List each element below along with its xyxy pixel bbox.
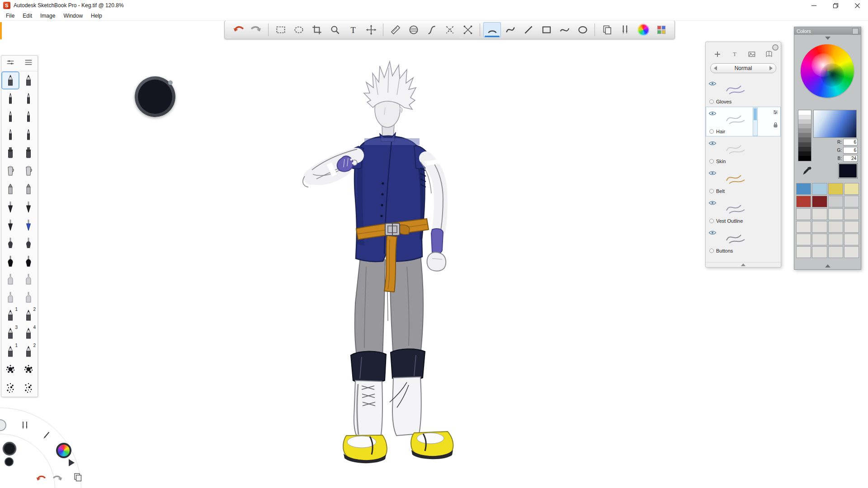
color-swatch-23[interactable]: [844, 246, 859, 258]
brush-airbrush-12[interactable]: [1, 180, 19, 198]
brush-settings-icon[interactable]: [5, 57, 15, 69]
color-swatch-10[interactable]: [828, 208, 843, 220]
brush-pen-7[interactable]: [19, 126, 38, 144]
r-value-field[interactable]: 6: [843, 139, 858, 145]
color-swatch-16[interactable]: [796, 234, 811, 245]
color-swatch-12[interactable]: [796, 221, 811, 233]
colors-collapse-button[interactable]: [794, 35, 861, 42]
brush-brushblue-17[interactable]: [19, 216, 38, 234]
brush-puck[interactable]: [135, 76, 175, 117]
lagoon-round-button-small[interactable]: [5, 457, 14, 466]
color-swatch-4[interactable]: [796, 196, 811, 207]
layer-row-hair[interactable]: Hair: [706, 107, 781, 136]
redo-tool-button[interactable]: [247, 22, 265, 38]
french-curve-tool-button[interactable]: [423, 22, 440, 38]
lagoon-color-ball[interactable]: [56, 443, 71, 458]
brush-brush-14[interactable]: [1, 198, 19, 216]
brush-set-tool-button[interactable]: [616, 22, 634, 38]
layer-lock-icon[interactable]: [772, 121, 779, 131]
lagoon-layers-button[interactable]: [72, 472, 83, 484]
brush-pencil-1[interactable]: [19, 71, 38, 89]
brush-rounddark-21[interactable]: [19, 252, 38, 270]
layers-panel-close-button[interactable]: [772, 44, 778, 51]
color-swatch-6[interactable]: [828, 196, 843, 207]
undo-tool-button[interactable]: [229, 22, 247, 38]
brush-flatlight-23[interactable]: [19, 270, 38, 288]
color-swatch-0[interactable]: [796, 183, 811, 195]
layer-row-vest-outline[interactable]: Vest Outline: [706, 196, 781, 226]
brush-marker-9[interactable]: [19, 144, 38, 162]
layer-visibility-eye-icon[interactable]: [708, 170, 717, 176]
blend-mode-selector[interactable]: Normal: [710, 63, 776, 73]
brush-marker-8[interactable]: [1, 144, 19, 162]
ruler-tool-button[interactable]: [387, 22, 404, 38]
zoom-tool-button[interactable]: [326, 22, 344, 38]
color-swatch-15[interactable]: [844, 221, 859, 233]
lagoon-redo-button[interactable]: [52, 474, 63, 486]
color-swatch-21[interactable]: [812, 246, 827, 258]
layer-visibility-eye-icon[interactable]: [708, 140, 717, 146]
color-swatch-20[interactable]: [796, 246, 811, 258]
brush-jug-11[interactable]: [19, 162, 38, 180]
current-color-swatch[interactable]: [838, 163, 858, 178]
color-wheel[interactable]: [801, 44, 854, 98]
brush-flatlight-25[interactable]: [19, 288, 38, 306]
grayscale-ramp[interactable]: [798, 110, 811, 161]
arc-tool-tool-button[interactable]: [483, 22, 501, 38]
color-swatch-8[interactable]: [796, 208, 811, 220]
lagoon-brush-pair-icon[interactable]: [20, 420, 31, 433]
brush-pencil-26[interactable]: 1: [1, 306, 19, 324]
layer-select-circle[interactable]: [709, 129, 714, 134]
blend-next-icon[interactable]: [769, 66, 773, 70]
layer-opacity-scrollbar[interactable]: [753, 108, 758, 136]
layer-row-skin[interactable]: Skin: [706, 136, 781, 166]
brush-pen-4[interactable]: [1, 108, 19, 126]
line-tool-tool-button[interactable]: [519, 22, 537, 38]
minimize-button[interactable]: [803, 0, 825, 11]
rect-select-tool-button[interactable]: [272, 22, 289, 38]
layer-library-button[interactable]: [764, 50, 774, 61]
color-swatch-9[interactable]: [812, 208, 827, 220]
brush-splat-32[interactable]: [1, 361, 19, 379]
layer-select-circle[interactable]: [709, 159, 714, 164]
g-value-field[interactable]: 6: [843, 147, 858, 154]
brush-splat-33[interactable]: [19, 361, 38, 379]
color-swatch-7[interactable]: [844, 196, 859, 207]
b-value-field[interactable]: 24: [843, 155, 858, 162]
layer-row-belt[interactable]: Belt: [706, 166, 781, 196]
brush-dots-34[interactable]: [1, 379, 19, 397]
spline-tool-tool-button[interactable]: [556, 22, 573, 38]
layer-select-circle[interactable]: [709, 99, 714, 104]
layer-thumbnail[interactable]: [721, 79, 750, 97]
brush-pencil-28[interactable]: 3: [1, 324, 19, 343]
brush-rounddark-20[interactable]: [1, 252, 19, 270]
brush-pencil-27[interactable]: 2: [19, 306, 38, 324]
layers-panel-footer[interactable]: [706, 262, 781, 266]
color-swatch-19[interactable]: [844, 234, 859, 245]
color-swatch-5[interactable]: [812, 196, 827, 207]
layer-row-buttons[interactable]: Buttons: [706, 226, 781, 256]
brush-pencil-31[interactable]: 2: [19, 343, 38, 361]
layer-thumbnail[interactable]: [721, 168, 750, 186]
menu-help[interactable]: Help: [87, 12, 106, 20]
menu-image[interactable]: Image: [36, 12, 59, 20]
layer-row-gloves[interactable]: Gloves: [706, 77, 781, 107]
brush-brush-16[interactable]: [1, 216, 19, 234]
brush-flatlight-24[interactable]: [1, 288, 19, 306]
brush-brush-15[interactable]: [19, 198, 38, 216]
layer-select-circle[interactable]: [709, 189, 714, 193]
swatch-set-tool-button[interactable]: [652, 22, 670, 38]
layer-thumbnail[interactable]: [721, 198, 750, 216]
ellipse-guide-tool-button[interactable]: [405, 22, 422, 38]
brush-pen-3[interactable]: [19, 89, 38, 108]
brush-pencil-30[interactable]: 1: [1, 343, 19, 361]
import-image-button[interactable]: [747, 50, 756, 61]
brush-round-19[interactable]: [19, 234, 38, 252]
text-tool-button[interactable]: T: [344, 22, 362, 38]
brush-pen-2[interactable]: [1, 89, 19, 108]
lagoon-pen-icon[interactable]: [41, 430, 52, 443]
cut-points-tool-button[interactable]: [459, 22, 476, 38]
layer-thumbnail[interactable]: [721, 228, 750, 246]
paste-tool-button[interactable]: [598, 22, 616, 38]
color-swatch-3[interactable]: [844, 183, 859, 195]
